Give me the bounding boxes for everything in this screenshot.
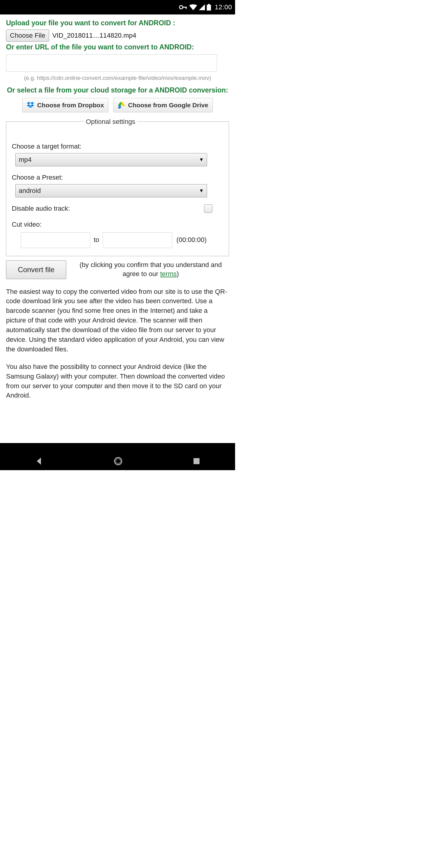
android-status-bar: 12:00	[0, 0, 235, 14]
cloud-buttons-row: Choose from Dropbox Choose from Google D…	[6, 98, 229, 112]
target-format-label: Choose a target format:	[12, 142, 223, 151]
status-clock: 12:00	[215, 3, 232, 11]
preset-label: Choose a Preset:	[12, 173, 223, 182]
cut-to-label: to	[94, 236, 99, 245]
cell-signal-icon	[199, 4, 205, 10]
battery-icon	[207, 4, 211, 10]
convert-file-button[interactable]: Convert file	[6, 260, 66, 279]
url-heading: Or enter URL of the file you want to con…	[6, 42, 229, 52]
google-drive-button-label: Choose from Google Drive	[128, 101, 208, 110]
cut-video-label: Cut video:	[12, 220, 223, 229]
cut-end-input[interactable]	[103, 232, 172, 248]
google-drive-icon	[118, 102, 125, 108]
wifi-icon	[189, 4, 197, 10]
disable-audio-label: Disable audio track:	[12, 204, 70, 213]
optional-settings-legend: Optional settings	[84, 117, 137, 127]
target-format-value: mp4	[19, 155, 32, 164]
url-example-hint: (e.g. https://cdn.online-convert.com/exa…	[6, 74, 229, 82]
chevron-down-icon: ▼	[199, 187, 204, 194]
nav-recent-icon[interactable]	[193, 458, 200, 465]
convert-disclaimer: (by clicking you confirm that you unders…	[72, 260, 229, 279]
convert-row: Convert file (by clicking you confirm th…	[6, 260, 229, 279]
choose-file-button[interactable]: Choose File	[6, 30, 49, 41]
target-format-select[interactable]: mp4 ▼	[16, 153, 207, 166]
disable-audio-row: Disable audio track:	[12, 204, 223, 213]
file-chooser-row: Choose File VID_2018011…114820.mp4	[6, 30, 229, 41]
preset-select[interactable]: android ▼	[16, 184, 207, 197]
disclaimer-prefix: (by clicking you confirm that you unders…	[80, 261, 222, 278]
url-input[interactable]	[6, 54, 217, 72]
nav-back-icon[interactable]	[35, 457, 43, 465]
disable-audio-checkbox[interactable]	[204, 204, 213, 213]
svg-rect-4	[207, 5, 211, 10]
google-drive-button[interactable]: Choose from Google Drive	[113, 98, 213, 112]
svg-point-6	[116, 459, 121, 464]
page-content: Upload your file you want to convert for…	[0, 14, 235, 400]
dropbox-icon	[27, 102, 34, 108]
svg-rect-3	[208, 4, 210, 5]
upload-heading: Upload your file you want to convert for…	[6, 18, 229, 28]
svg-point-0	[180, 6, 183, 9]
preset-value: android	[19, 186, 41, 195]
status-icons: 12:00	[179, 3, 232, 11]
convert-button-label: Convert file	[18, 265, 54, 275]
cloud-heading: Or select a file from your cloud storage…	[6, 85, 229, 95]
cut-start-input[interactable]	[21, 232, 90, 248]
cut-video-row: to (00:00:00)	[21, 232, 223, 248]
dropbox-button-label: Choose from Dropbox	[37, 101, 104, 110]
info-paragraph-2: You also have the possibility to connect…	[6, 362, 229, 401]
nav-home-icon[interactable]	[113, 456, 123, 466]
android-nav-bar	[0, 443, 235, 470]
disclaimer-suffix: )	[177, 270, 179, 278]
terms-link[interactable]: terms	[160, 270, 177, 278]
cut-time-hint: (00:00:00)	[176, 236, 207, 245]
optional-settings-fieldset: Optional settings Choose a target format…	[6, 117, 229, 256]
selected-filename: VID_2018011…114820.mp4	[52, 31, 136, 40]
info-paragraph-1: The easiest way to copy the converted vi…	[6, 287, 229, 354]
dropbox-button[interactable]: Choose from Dropbox	[22, 98, 108, 112]
svg-rect-7	[193, 458, 199, 464]
vpn-key-icon	[179, 4, 187, 10]
svg-rect-2	[186, 7, 187, 9]
chevron-down-icon: ▼	[199, 156, 204, 163]
